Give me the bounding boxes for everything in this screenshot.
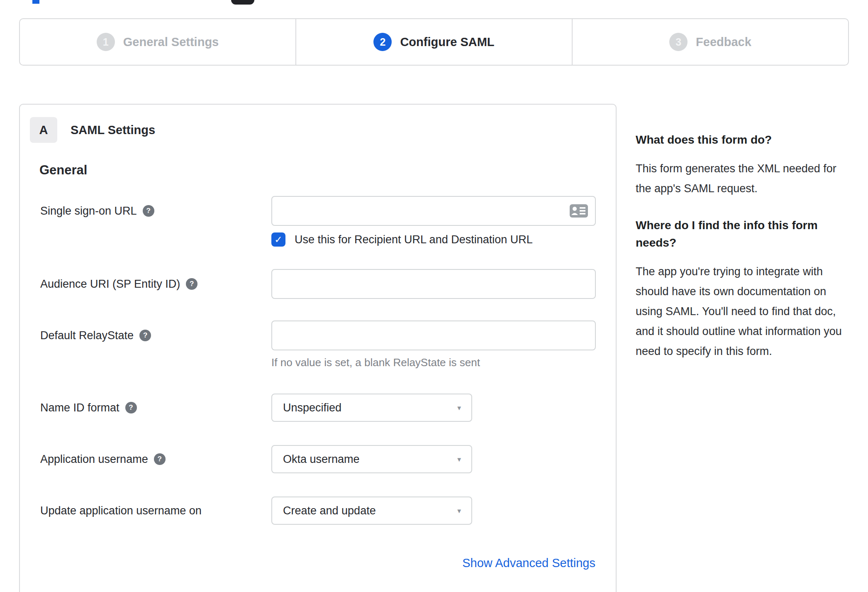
step-label: Feedback [696,35,751,49]
show-advanced-settings-link[interactable]: Show Advanced Settings [462,556,595,570]
help-panel: What does this form do? This form genera… [636,131,849,361]
field-label-wrap: Single sign-on URL ? [40,196,271,226]
check-icon: ✓ [274,235,282,245]
help-heading-where: Where do I find the info this form needs… [636,217,849,252]
audience-uri-input[interactable] [271,269,596,299]
help-icon[interactable]: ? [139,330,151,341]
field-label: Application username [40,453,148,466]
chevron-down-icon: ▼ [456,456,462,463]
clipped-header-blue-fragment [32,0,39,4]
section-a-badge: A [30,117,57,143]
field-label-wrap: Default RelayState ? [40,320,271,350]
stepper-step-general-settings[interactable]: 1 General Settings [20,19,295,65]
step-label: Configure SAML [400,35,494,49]
audience-uri-input-wrap [271,269,596,299]
help-icon[interactable]: ? [154,453,166,465]
recipient-url-checkbox-row: ✓ Use this for Recipient URL and Destina… [271,232,596,247]
help-icon[interactable]: ? [186,278,197,290]
field-label: Audience URI (SP Entity ID) [40,278,180,291]
stepper-step-configure-saml[interactable]: 2 Configure SAML [295,19,572,65]
step-number-badge: 2 [373,33,392,51]
clipped-header-dark-fragment [231,0,254,5]
help-icon[interactable]: ? [125,402,137,413]
field-label-wrap: Audience URI (SP Entity ID) ? [40,269,271,299]
select-value: Okta username [283,453,360,466]
field-label: Name ID format [40,401,119,414]
chevron-down-icon: ▼ [456,507,462,514]
relaystate-helper-text: If no value is set, a blank RelayState i… [271,356,596,369]
single-sign-on-url-input-wrap [271,196,596,226]
field-label-wrap: Update application username on [40,497,271,525]
help-body-where: The app you're trying to integrate with … [636,262,849,361]
field-label: Single sign-on URL [40,205,137,218]
field-label: Default RelayState [40,329,134,342]
contact-card-icon [569,204,588,218]
field-row-application-username: Application username ? Okta username ▼ [40,445,472,473]
select-value: Unspecified [283,401,341,414]
default-relaystate-input-wrap [271,320,596,350]
single-sign-on-url-input[interactable] [271,196,596,226]
field-row-audience-uri: Audience URI (SP Entity ID) ? [40,269,596,299]
field-label: Update application username on [40,504,202,517]
select-value: Create and update [283,504,376,517]
panel-title: SAML Settings [71,123,155,137]
field-row-update-application-username: Update application username on Create an… [40,497,472,525]
field-label-wrap: Name ID format ? [40,394,271,422]
step-number-badge: 3 [669,33,688,51]
help-icon[interactable]: ? [143,205,154,217]
name-id-format-select[interactable]: Unspecified ▼ [271,394,472,422]
field-row-single-sign-on-url: Single sign-on URL ? ✓ Use this fo [40,196,596,247]
wizard-stepper: 1 General Settings 2 Configure SAML 3 Fe… [19,18,849,66]
chevron-down-icon: ▼ [456,404,462,411]
field-label-wrap: Application username ? [40,445,271,473]
checkbox-label: Use this for Recipient URL and Destinati… [295,233,533,246]
help-body-what: This form generates the XML needed for t… [636,159,849,198]
saml-settings-panel: A SAML Settings General Single sign-on U… [19,104,617,592]
step-number-badge: 1 [97,33,115,51]
stepper-step-feedback[interactable]: 3 Feedback [572,19,848,65]
field-row-name-id-format: Name ID format ? Unspecified ▼ [40,394,472,422]
default-relaystate-input[interactable] [271,320,596,350]
step-label: General Settings [123,35,219,49]
update-application-username-select[interactable]: Create and update ▼ [271,497,472,525]
general-section-heading: General [39,163,87,178]
use-for-recipient-url-checkbox[interactable]: ✓ [271,232,285,247]
field-row-default-relaystate: Default RelayState ? If no value is set,… [40,320,596,369]
application-username-select[interactable]: Okta username ▼ [271,445,472,473]
panel-header: A SAML Settings [30,117,155,143]
help-heading-what: What does this form do? [636,131,849,149]
